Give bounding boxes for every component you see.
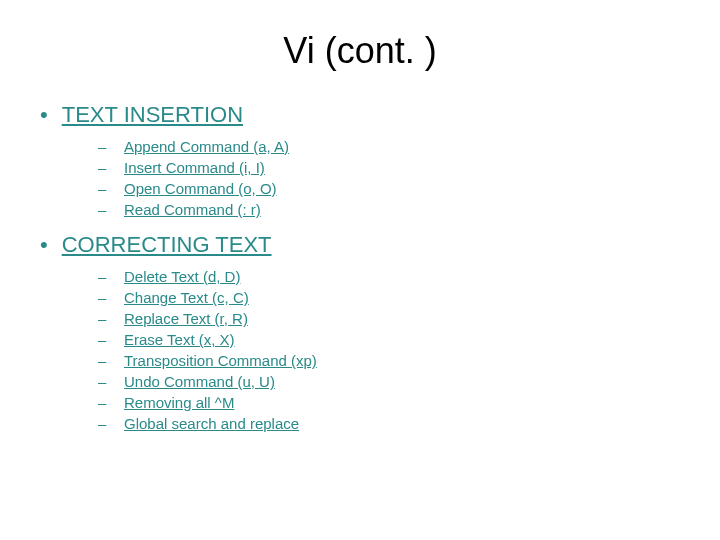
section-correcting-text: • CORRECTING TEXT – Delete Text (d, D) –… <box>40 232 680 432</box>
list-item: – Change Text (c, C) <box>98 289 680 306</box>
list-item: – Global search and replace <box>98 415 680 432</box>
dash-icon: – <box>98 159 108 176</box>
bullet-icon: • <box>40 234 48 256</box>
section-header: • CORRECTING TEXT <box>40 232 680 258</box>
sub-item-label: Insert Command (i, I) <box>124 159 265 176</box>
sub-item-label: Change Text (c, C) <box>124 289 249 306</box>
dash-icon: – <box>98 331 108 348</box>
list-item: – Erase Text (x, X) <box>98 331 680 348</box>
sub-item-label: Open Command (o, O) <box>124 180 277 197</box>
sub-item-label: Transposition Command (xp) <box>124 352 317 369</box>
dash-icon: – <box>98 352 108 369</box>
page-title: Vi (cont. ) <box>40 30 680 72</box>
dash-icon: – <box>98 289 108 306</box>
dash-icon: – <box>98 180 108 197</box>
sub-item-label: Erase Text (x, X) <box>124 331 235 348</box>
dash-icon: – <box>98 310 108 327</box>
section-title: CORRECTING TEXT <box>62 232 272 258</box>
list-item: – Open Command (o, O) <box>98 180 680 197</box>
sub-item-label: Replace Text (r, R) <box>124 310 248 327</box>
sub-item-label: Delete Text (d, D) <box>124 268 240 285</box>
sub-list: – Delete Text (d, D) – Change Text (c, C… <box>40 268 680 432</box>
list-item: – Delete Text (d, D) <box>98 268 680 285</box>
section-text-insertion: • TEXT INSERTION – Append Command (a, A)… <box>40 102 680 218</box>
dash-icon: – <box>98 138 108 155</box>
list-item: – Read Command (: r) <box>98 201 680 218</box>
sub-item-label: Append Command (a, A) <box>124 138 289 155</box>
list-item: – Removing all ^M <box>98 394 680 411</box>
sub-item-label: Removing all ^M <box>124 394 234 411</box>
list-item: – Transposition Command (xp) <box>98 352 680 369</box>
list-item: – Undo Command (u, U) <box>98 373 680 390</box>
sub-list: – Append Command (a, A) – Insert Command… <box>40 138 680 218</box>
dash-icon: – <box>98 415 108 432</box>
sub-item-label: Global search and replace <box>124 415 299 432</box>
bullet-icon: • <box>40 104 48 126</box>
list-item: – Insert Command (i, I) <box>98 159 680 176</box>
sub-item-label: Read Command (: r) <box>124 201 261 218</box>
list-item: – Replace Text (r, R) <box>98 310 680 327</box>
section-title: TEXT INSERTION <box>62 102 243 128</box>
section-header: • TEXT INSERTION <box>40 102 680 128</box>
sub-item-label: Undo Command (u, U) <box>124 373 275 390</box>
dash-icon: – <box>98 268 108 285</box>
list-item: – Append Command (a, A) <box>98 138 680 155</box>
dash-icon: – <box>98 394 108 411</box>
dash-icon: – <box>98 201 108 218</box>
dash-icon: – <box>98 373 108 390</box>
